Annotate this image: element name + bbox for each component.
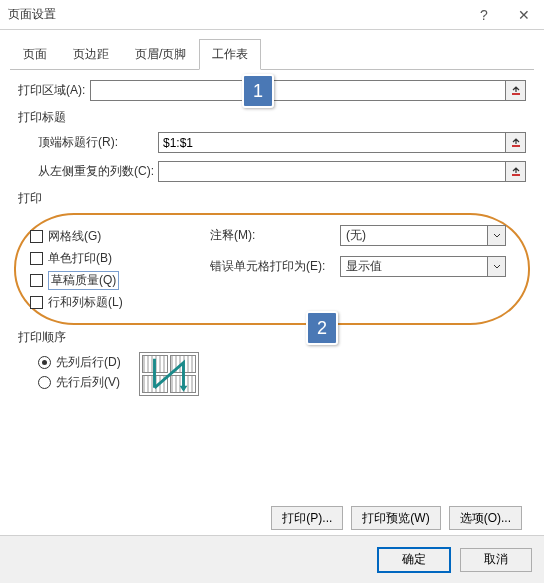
row-col-headings-checkbox[interactable] [30, 296, 43, 309]
draft-label: 草稿质量(Q) [48, 271, 119, 290]
tab-header-footer[interactable]: 页眉/页脚 [122, 39, 199, 70]
down-then-over-label: 先列后行(D) [56, 354, 121, 371]
print-area-input[interactable] [90, 80, 506, 101]
ok-button[interactable]: 确定 [378, 548, 450, 572]
chevron-down-icon [487, 226, 505, 245]
black-white-label: 单色打印(B) [48, 250, 112, 267]
print-button[interactable]: 打印(P)... [271, 506, 343, 530]
callout-1: 1 [242, 74, 274, 108]
page-order-preview-icon [139, 352, 199, 396]
rows-to-repeat-label: 顶端标题行(R): [38, 134, 158, 151]
draft-checkbox[interactable] [30, 274, 43, 287]
page-setup-dialog: 页面设置 ? ✕ 页面 页边距 页眉/页脚 工作表 1 打印区域(A): 打印标… [0, 0, 544, 583]
gridlines-checkbox[interactable] [30, 230, 43, 243]
callout-2: 2 [306, 311, 338, 345]
comments-label: 注释(M): [210, 227, 340, 244]
comments-select[interactable]: (无) [340, 225, 506, 246]
cell-errors-select[interactable]: 显示值 [340, 256, 506, 277]
cell-errors-label: 错误单元格打印为(E): [210, 258, 340, 275]
cancel-button[interactable]: 取消 [460, 548, 532, 572]
tab-page[interactable]: 页面 [10, 39, 60, 70]
comments-value: (无) [341, 227, 487, 244]
rows-to-repeat-input[interactable] [158, 132, 506, 153]
tab-margins[interactable]: 页边距 [60, 39, 122, 70]
gridlines-label: 网格线(G) [48, 228, 101, 245]
cell-errors-value: 显示值 [341, 258, 487, 275]
close-button[interactable]: ✕ [504, 0, 544, 30]
print-section: 打印 [18, 190, 526, 207]
black-white-checkbox[interactable] [30, 252, 43, 265]
page-order-section: 打印顺序 [18, 329, 526, 346]
over-then-down-radio[interactable] [38, 376, 51, 389]
tab-strip: 页面 页边距 页眉/页脚 工作表 [10, 38, 534, 70]
down-then-over-radio[interactable] [38, 356, 51, 369]
tab-sheet[interactable]: 工作表 [199, 39, 261, 70]
collapse-dialog-icon[interactable] [506, 161, 526, 182]
over-then-down-label: 先行后列(V) [56, 374, 120, 391]
help-button[interactable]: ? [464, 0, 504, 30]
options-button[interactable]: 选项(O)... [449, 506, 522, 530]
titlebar: 页面设置 ? ✕ [0, 0, 544, 30]
print-options-group: 网格线(G) 单色打印(B) 草稿质量(Q) 行和列标题(L) 注释(M): (… [14, 213, 530, 325]
svg-rect-2 [512, 174, 520, 176]
chevron-down-icon [487, 257, 505, 276]
cols-to-repeat-input[interactable] [158, 161, 506, 182]
dialog-footer: 确定 取消 [0, 535, 544, 583]
cols-to-repeat-label: 从左侧重复的列数(C): [38, 163, 158, 180]
print-preview-button[interactable]: 打印预览(W) [351, 506, 440, 530]
row-col-headings-label: 行和列标题(L) [48, 294, 123, 311]
window-title: 页面设置 [0, 6, 464, 23]
collapse-dialog-icon[interactable] [506, 132, 526, 153]
print-area-label: 打印区域(A): [18, 82, 90, 99]
svg-rect-1 [512, 145, 520, 147]
svg-rect-0 [512, 93, 520, 95]
print-titles-section: 打印标题 [18, 109, 526, 126]
collapse-dialog-icon[interactable] [506, 80, 526, 101]
